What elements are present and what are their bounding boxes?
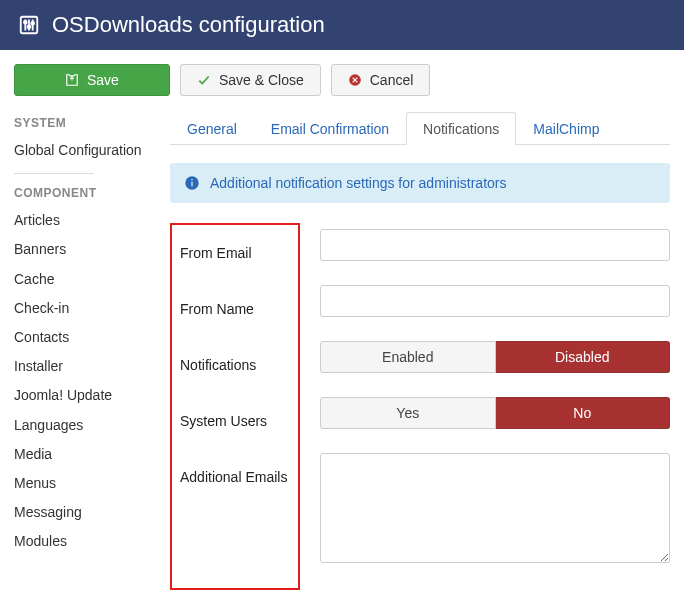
sidebar: SYSTEM Global Configuration COMPONENT Ar… [14, 112, 144, 590]
svg-point-6 [31, 22, 34, 25]
sidebar-item-messaging[interactable]: Messaging [14, 498, 144, 527]
main-panel: General Email Confirmation Notifications… [170, 112, 670, 590]
svg-point-5 [28, 25, 31, 28]
tabs: General Email Confirmation Notifications… [170, 112, 670, 145]
page-title: OSDownloads configuration [52, 12, 325, 38]
save-close-label: Save & Close [219, 72, 304, 88]
form-area: From Email From Name Notifications Syste… [170, 223, 670, 590]
tab-general[interactable]: General [170, 112, 254, 145]
tab-notifications[interactable]: Notifications [406, 112, 516, 145]
system-users-yes-button[interactable]: Yes [320, 397, 496, 429]
sidebar-item-installer[interactable]: Installer [14, 352, 144, 381]
toolbar: Save Save & Close Cancel [0, 50, 684, 106]
label-notifications: Notifications [180, 347, 290, 403]
system-users-no-button[interactable]: No [496, 397, 671, 429]
save-button[interactable]: Save [14, 64, 170, 96]
info-text: Additional notification settings for adm… [210, 175, 506, 191]
label-additional-emails: Additional Emails [180, 459, 290, 495]
sidebar-heading-system: SYSTEM [14, 116, 144, 130]
cancel-label: Cancel [370, 72, 414, 88]
from-name-input[interactable] [320, 285, 670, 317]
sidebar-heading-component: COMPONENT [14, 186, 144, 200]
tab-mailchimp[interactable]: MailChimp [516, 112, 616, 145]
svg-rect-11 [191, 182, 192, 187]
notifications-enabled-button[interactable]: Enabled [320, 341, 496, 373]
form-controls: Enabled Disabled Yes No [320, 223, 670, 590]
sidebar-item-menus[interactable]: Menus [14, 469, 144, 498]
label-system-users: System Users [180, 403, 290, 459]
label-from-email: From Email [180, 235, 290, 291]
sidebar-item-cache[interactable]: Cache [14, 265, 144, 294]
svg-point-4 [24, 21, 27, 24]
save-icon [65, 73, 79, 87]
sidebar-item-modules[interactable]: Modules [14, 527, 144, 556]
notifications-disabled-button[interactable]: Disabled [496, 341, 671, 373]
sidebar-item-check-in[interactable]: Check-in [14, 294, 144, 323]
additional-emails-textarea[interactable] [320, 453, 670, 563]
sidebar-item-languages[interactable]: Languages [14, 411, 144, 440]
sidebar-item-contacts[interactable]: Contacts [14, 323, 144, 352]
label-from-name: From Name [180, 291, 290, 347]
sidebar-separator [14, 173, 94, 174]
save-close-button[interactable]: Save & Close [180, 64, 321, 96]
save-label: Save [87, 72, 119, 88]
sidebar-item-banners[interactable]: Banners [14, 235, 144, 264]
info-box: Additional notification settings for adm… [170, 163, 670, 203]
cancel-button[interactable]: Cancel [331, 64, 431, 96]
info-icon [184, 175, 200, 191]
cancel-icon [348, 73, 362, 87]
notifications-toggle: Enabled Disabled [320, 341, 670, 373]
sidebar-item-global-config[interactable]: Global Configuration [14, 136, 144, 165]
sliders-icon [18, 14, 40, 36]
tab-email-confirmation[interactable]: Email Confirmation [254, 112, 406, 145]
sidebar-item-joomla-update[interactable]: Joomla! Update [14, 381, 144, 410]
from-email-input[interactable] [320, 229, 670, 261]
form-labels-highlight: From Email From Name Notifications Syste… [170, 223, 300, 590]
sidebar-item-media[interactable]: Media [14, 440, 144, 469]
check-icon [197, 73, 211, 87]
svg-rect-12 [191, 179, 192, 180]
sidebar-item-articles[interactable]: Articles [14, 206, 144, 235]
system-users-toggle: Yes No [320, 397, 670, 429]
app-header: OSDownloads configuration [0, 0, 684, 50]
